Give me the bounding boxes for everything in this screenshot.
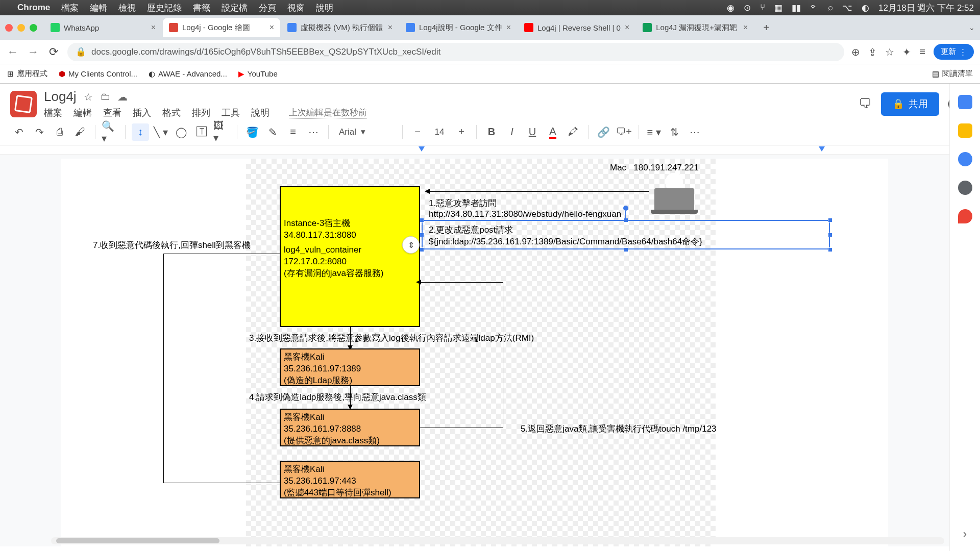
bookmark-apps[interactable]: ⊞應用程式 (7, 69, 47, 79)
omnibox[interactable]: 🔒 docs.google.com/drawings/d/165icOgh6pV… (67, 43, 844, 61)
highlight-color[interactable]: 🖍 (565, 123, 582, 141)
battery-icon[interactable]: ▮▮ (792, 3, 801, 13)
forward-button[interactable]: → (27, 45, 40, 59)
link-button[interactable]: 🔗 (595, 123, 612, 141)
bookmark-youtube[interactable]: ▶YouTube (238, 69, 278, 79)
tab-youtube[interactable]: Log4j | Reverse Shell | 0× (518, 18, 635, 37)
rotate-handle[interactable] (623, 206, 628, 211)
close-icon[interactable]: × (506, 23, 511, 32)
kali-ldap-box[interactable]: 黑客機Kali 35.236.161.97:1389 (偽造的Ldap服務) (280, 348, 420, 386)
menu-view[interactable]: 查看 (103, 107, 121, 119)
drawings-logo[interactable] (10, 91, 37, 117)
selection-handle[interactable] (624, 218, 628, 222)
line-step5[interactable] (420, 282, 503, 428)
selection-handle[interactable] (624, 247, 628, 252)
star-icon[interactable]: ☆ (885, 46, 894, 58)
border-weight[interactable]: ≡ (284, 123, 302, 141)
ruler[interactable] (0, 145, 980, 155)
menu-history[interactable]: 歷史記錄 (147, 2, 182, 14)
cloud-icon[interactable]: ☁ (117, 91, 128, 103)
menu-bookmarks[interactable]: 書籤 (193, 2, 210, 14)
reload-button[interactable]: ⟳ (47, 45, 60, 59)
selection-handle[interactable] (420, 218, 424, 222)
menu-window[interactable]: 視窗 (287, 2, 305, 14)
move-icon[interactable]: 🗀 (100, 91, 110, 103)
border-color[interactable]: ✎ (264, 123, 281, 141)
doc-title[interactable]: Log4j (44, 89, 77, 105)
border-dash[interactable]: ⋯ (305, 123, 322, 141)
drawing-stage[interactable]: Mac 180.191.247.221 1.惡意攻擊者訪問 http://34.… (0, 155, 980, 546)
menu-insert[interactable]: 插入 (133, 107, 151, 119)
shape-tool[interactable]: ◯ (173, 123, 190, 141)
star-icon[interactable]: ☆ (84, 91, 93, 103)
back-button[interactable]: ← (6, 45, 19, 59)
tab-vm[interactable]: 虛擬機器 (VM) 執行個體× (281, 18, 399, 37)
align-button[interactable]: ≡ ▾ (645, 123, 663, 141)
menu-arrange[interactable]: 排列 (192, 107, 210, 119)
close-icon[interactable]: × (625, 23, 629, 32)
git-icon[interactable]: ⑂ (760, 3, 765, 13)
zoom-icon[interactable]: ⊕ (851, 46, 860, 58)
bookmark-clients[interactable]: ⬢My Clients Control... (59, 69, 137, 79)
menu-tabs[interactable]: 分頁 (259, 2, 276, 14)
underline-button[interactable]: U (524, 123, 541, 141)
close-icon[interactable]: × (151, 23, 156, 32)
close-window[interactable] (5, 24, 13, 32)
reading-list[interactable]: ▤閱讀清單 (932, 69, 973, 79)
selection-handle[interactable] (828, 218, 832, 222)
contacts-icon[interactable] (958, 181, 972, 195)
siri-icon[interactable]: ◐ (862, 3, 869, 13)
keep-icon[interactable] (958, 123, 972, 138)
indent-left-marker[interactable] (419, 146, 425, 152)
minimize-window[interactable] (17, 24, 25, 32)
selection-box[interactable] (422, 220, 830, 249)
menu-edit[interactable]: 編輯 (74, 107, 92, 119)
redo-button[interactable]: ↷ (31, 123, 48, 141)
selection-handle[interactable] (828, 247, 832, 252)
bold-button[interactable]: B (483, 123, 500, 141)
font-selector[interactable]: Arial ▾ (335, 127, 396, 137)
comment-button[interactable]: 🗨+ (615, 123, 632, 141)
print-button[interactable]: ⎙ (51, 123, 68, 141)
text-color[interactable]: A (544, 123, 561, 141)
menu-format[interactable]: 格式 (162, 107, 181, 119)
menu-help[interactable]: 說明 (251, 107, 270, 119)
step1-text[interactable]: 1.惡意攻擊者訪問 http://34.80.117.31:8080/webst… (429, 197, 621, 219)
tab-log4j-doc[interactable]: Log4j說明 - Google 文件× (400, 18, 517, 37)
horizontal-scrollbar[interactable] (51, 537, 944, 544)
menu-help[interactable]: 說明 (316, 2, 333, 14)
new-tab-button[interactable]: + (758, 19, 774, 36)
fontsize-inc[interactable]: + (453, 123, 470, 141)
host-box[interactable]: Instance-3宿主機 34.80.117.31:8080 log4_vul… (280, 186, 420, 327)
tab-log4j-cve[interactable]: Log4J 漏洞復現+漏洞靶× (636, 18, 754, 37)
step7-text[interactable]: 7.收到惡意代碼後執行,回彈shell到黑客機 (93, 239, 251, 251)
maximize-window[interactable] (30, 24, 37, 32)
close-icon[interactable]: × (270, 23, 274, 32)
line-spacing[interactable]: ⇅ (666, 123, 683, 141)
kali-listener-box[interactable]: 黑客機Kali 35.236.161.97:443 (監聽443端口等待回彈sh… (280, 461, 420, 498)
extensions-icon[interactable]: ✦ (902, 46, 911, 58)
arrow-step1[interactable] (430, 191, 649, 192)
side-panel-collapse[interactable]: › (963, 528, 967, 541)
menu-file[interactable]: 檔案 (44, 107, 62, 119)
last-edit[interactable]: 上次編輯是在數秒前 (289, 107, 367, 119)
tabs-menu[interactable]: ⌄ (969, 23, 975, 32)
step4-text[interactable]: 4.請求到偽造ladp服務後,導向惡意java.class類 (249, 391, 426, 403)
line-step7[interactable] (163, 254, 280, 483)
arrow-step4[interactable] (350, 386, 351, 407)
maps-icon[interactable] (958, 209, 972, 223)
calendar-icon[interactable] (958, 95, 972, 109)
line-tool[interactable]: ╲ ▾ (152, 123, 169, 141)
image-tool[interactable]: 🖼 ▾ (213, 123, 231, 141)
italic-button[interactable]: I (503, 123, 521, 141)
scrollbar-thumb[interactable] (56, 538, 219, 543)
drag-action-icon[interactable]: ⇕ (402, 236, 420, 254)
wifi-icon[interactable]: ᯤ (810, 3, 819, 13)
record-icon[interactable]: ◉ (727, 3, 734, 13)
indent-right-marker[interactable] (819, 146, 825, 152)
menu-view[interactable]: 檢視 (118, 2, 136, 14)
play-icon[interactable]: ⊙ (744, 3, 751, 13)
menu-edit[interactable]: 編輯 (90, 2, 107, 14)
share-button[interactable]: 🔒共用 (881, 92, 939, 116)
update-button[interactable]: 更新⋮ (934, 44, 974, 60)
